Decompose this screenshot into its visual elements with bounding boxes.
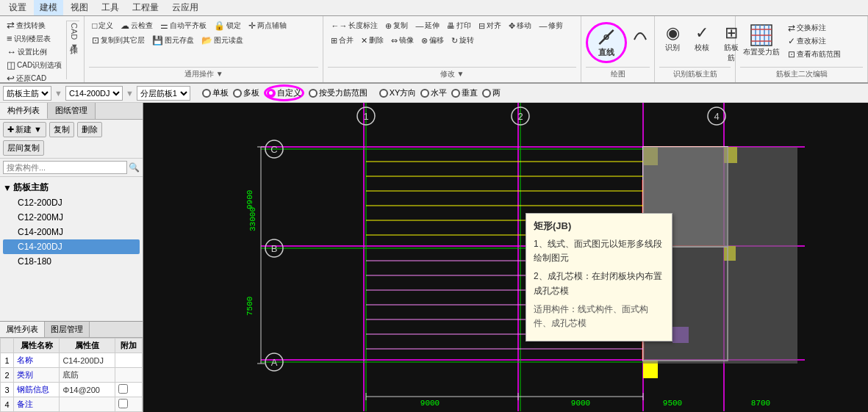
- radio-xy[interactable]: XY方向: [379, 87, 417, 98]
- draw-group: 直线 绘图: [581, 16, 655, 82]
- radio-multi-board[interactable]: 多板: [233, 87, 259, 98]
- cad-group: ⇄查找转换 ≡识别楼层表 ↔设置比例 ◫CAD识别选项 ↩还原CAD CAD操作…: [0, 16, 85, 82]
- tree-item-c14-200mj[interactable]: C14-200MJ: [3, 225, 140, 239]
- svg-text:B: B: [271, 243, 278, 254]
- cad-select-btn[interactable]: ◫CAD识别选项: [4, 59, 64, 71]
- col-name: 属性名称: [14, 339, 60, 353]
- copy-comp-btn[interactable]: 复制: [49, 122, 74, 137]
- tooltip-popup: 矩形(JB) 1、线式、面式图元以矩形多线段绘制图元 2、成孔芯模：在封闭板块内…: [526, 213, 672, 341]
- copy-btn[interactable]: ⊕复制: [383, 20, 410, 32]
- align-btn[interactable]: ⊟对齐: [476, 20, 503, 32]
- two-point-btn[interactable]: ✛两点辅轴: [246, 20, 289, 32]
- layer-copy-btn[interactable]: 层间复制: [3, 140, 44, 156]
- move-btn[interactable]: ✥移动: [506, 20, 534, 32]
- rotate-btn[interactable]: ↻旋转: [449, 35, 476, 46]
- tree-item-c12-200dj[interactable]: C12-200DJ: [3, 195, 140, 210]
- delete-comp-btn[interactable]: 删除: [77, 122, 102, 137]
- prop-row-2: 2 类别 底筋: [1, 368, 143, 383]
- layout-rebar-btn[interactable]: 布置受力筋: [740, 22, 783, 59]
- svg-text:9500: 9500: [663, 399, 682, 408]
- search-icon: 🔍: [129, 162, 140, 173]
- row2-extra: [115, 368, 143, 383]
- svg-text:8700: 8700: [751, 399, 770, 408]
- delete-btn[interactable]: ✕删除: [359, 35, 386, 46]
- arc-icon: [631, 25, 649, 43]
- tree-item-c18-180[interactable]: C18-180: [3, 254, 140, 269]
- search-input[interactable]: [3, 161, 127, 174]
- row3-checkbox[interactable]: [118, 384, 128, 394]
- tab-drawing-mgmt[interactable]: 图纸管理: [48, 103, 96, 119]
- menu-view[interactable]: 视图: [65, 0, 94, 15]
- tooltip-title: 矩形(JB): [534, 220, 664, 233]
- set-scale-btn[interactable]: ↔设置比例: [4, 46, 64, 58]
- id-layer-btn[interactable]: ≡识别楼层表: [4, 32, 64, 45]
- row3-value: Φ14@200: [60, 383, 115, 397]
- row1-name[interactable]: 名称: [14, 353, 60, 368]
- radio-single-board[interactable]: 单板: [202, 87, 229, 98]
- lock-btn[interactable]: 🔒锁定: [212, 20, 243, 32]
- copy-layer-btn[interactable]: ⊡复制到其它层: [90, 35, 147, 46]
- row2-value: 底筋: [60, 368, 115, 383]
- arc-btn[interactable]: [631, 22, 649, 43]
- check-range-btn[interactable]: ⊡查看布筋范围: [786, 48, 843, 60]
- length-mark-btn[interactable]: ←→长度标注: [329, 20, 380, 32]
- tree-root[interactable]: ▼ 筋板主筋: [3, 180, 140, 195]
- svg-line-0: [599, 30, 613, 44]
- auto-align-btn[interactable]: ⚌自动平齐板: [158, 20, 209, 32]
- offset-btn[interactable]: ⊗偏移: [419, 35, 446, 46]
- identify-group-label: 识别筋板主筋: [659, 67, 731, 79]
- menu-build[interactable]: 建模: [34, 0, 63, 15]
- props-table: 属性名称 属性值 附加 1 名称 C14-200DJ 2 类别: [0, 338, 143, 412]
- tree-item-c14-200dj[interactable]: C14-200DJ: [3, 239, 140, 254]
- tree-item-c12-200mj[interactable]: C12-200MJ: [3, 210, 140, 225]
- exchange-mark-btn[interactable]: ⇄交换标注: [786, 22, 843, 34]
- row3-extra: [115, 383, 143, 397]
- check-convert-btn[interactable]: ⇄查找转换: [4, 19, 64, 32]
- radio-two[interactable]: 两: [482, 87, 501, 98]
- radio-custom-board[interactable]: 自定义: [264, 84, 304, 101]
- row4-checkbox[interactable]: [118, 399, 128, 408]
- trim-btn[interactable]: —修剪: [537, 20, 565, 32]
- row1-value: C14-200DJ: [60, 353, 115, 368]
- radio-xy-circle: [379, 89, 388, 98]
- zhixian-icon: [596, 27, 617, 47]
- mirror-btn[interactable]: ⇔镜像: [389, 35, 416, 46]
- general-group: □定义 ☁云检查 ⚌自动平齐板 🔒锁定 ✛两点辅轴 ⊡复制到其它层 💾图元存盘 …: [85, 16, 323, 82]
- radio-force-circle: [309, 89, 318, 98]
- define-btn[interactable]: □定义: [90, 20, 115, 32]
- layer-select[interactable]: 分层筋板1: [137, 86, 190, 101]
- merge-btn[interactable]: ⊞合并: [329, 35, 356, 46]
- main-type-select[interactable]: 筋板主筋: [3, 86, 51, 101]
- radio-force-range[interactable]: 按受力筋范围: [309, 87, 367, 98]
- menu-cloud[interactable]: 云应用: [166, 0, 204, 15]
- fig-load-btn[interactable]: 📂图元读盘: [199, 35, 245, 46]
- print-btn[interactable]: 🖶打印: [445, 20, 473, 32]
- row3-name[interactable]: 钢筋信息: [14, 383, 60, 397]
- cloud-check-btn[interactable]: ☁云检查: [118, 20, 155, 32]
- menu-quantities[interactable]: 工程量: [126, 0, 165, 15]
- tab-props-list[interactable]: 属性列表: [0, 322, 45, 337]
- radio-two-circle: [482, 89, 491, 98]
- restore-cad-btn[interactable]: ↩还原CAD: [4, 72, 64, 84]
- zhixian-btn[interactable]: 直线: [586, 22, 627, 63]
- canvas-area[interactable]: 1 2 4 A B C 33000 9900 7500 9000 9000 95…: [143, 103, 868, 412]
- row3-num: 3: [1, 383, 14, 397]
- check-bar-btn[interactable]: ✓ 校核: [689, 22, 715, 54]
- extend-btn[interactable]: —延伸: [413, 20, 442, 32]
- spec-select[interactable]: C14-200DJ: [65, 86, 123, 101]
- radio-vertical[interactable]: 垂直: [451, 87, 478, 98]
- row1-num: 1: [1, 353, 14, 368]
- new-btn[interactable]: ✚ 新建 ▼: [3, 122, 46, 137]
- menu-settings[interactable]: 设置: [3, 0, 32, 15]
- board-type-group: 单板 多板 自定义 按受力筋范围: [202, 84, 367, 101]
- check-mark-btn[interactable]: ✓查改标注: [786, 35, 843, 47]
- props-tabs: 属性列表 图层管理: [0, 322, 143, 338]
- identify-btn[interactable]: ◉ 识别: [659, 22, 686, 54]
- svg-text:9900: 9900: [245, 190, 254, 209]
- menu-tools[interactable]: 工具: [96, 0, 125, 15]
- fig-store-btn[interactable]: 💾图元存盘: [150, 35, 196, 46]
- tab-layer-mgmt[interactable]: 图层管理: [45, 322, 90, 337]
- row4-value: [60, 397, 115, 412]
- radio-horizontal[interactable]: 水平: [420, 87, 447, 98]
- tab-component-list[interactable]: 构件列表: [0, 103, 48, 119]
